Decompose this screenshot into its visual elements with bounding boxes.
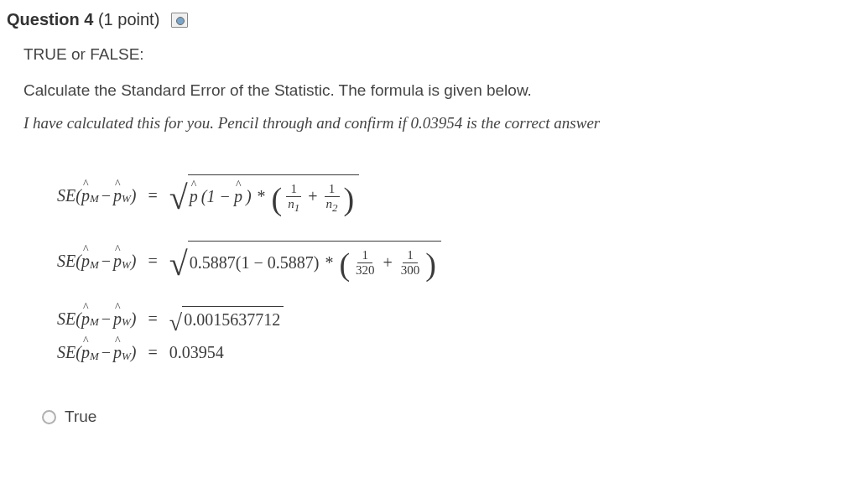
- phat-w: p: [113, 186, 122, 205]
- sub-m: M: [90, 192, 99, 205]
- question-number: 4: [84, 10, 93, 29]
- radicand-3: 0.0015637712: [182, 306, 284, 331]
- equals: =: [148, 186, 158, 205]
- radicand-2: 0.5887(1 − 0.5887) * ( 1 320 + 1 300 ): [188, 241, 441, 283]
- radio-icon[interactable]: [42, 410, 56, 424]
- formula-line-4: SE( pM − pW ) = 0.03954: [57, 343, 819, 362]
- formula-line-3: SE( pM − pW ) = √ 0.0015637712: [57, 306, 819, 331]
- radical-icon: √: [169, 181, 188, 224]
- prompt-instruction: Calculate the Standard Error of the Stat…: [23, 79, 852, 103]
- plus-op: +: [308, 187, 317, 206]
- close-paren-text: ): [246, 187, 252, 206]
- phat-m: p: [81, 186, 90, 205]
- final-result: 0.03954: [169, 343, 224, 362]
- lhs-open: SE(: [57, 186, 81, 205]
- question-container: Question 4 (1 point) TRUE or FALSE: Calc…: [0, 0, 859, 433]
- formula-lhs-4: SE( pM − pW ): [57, 343, 137, 362]
- substituted-values: 0.5887(1 − 0.5887): [190, 253, 320, 273]
- formula-lhs-3: SE( pM − pW ): [57, 309, 137, 329]
- frac-1-n2: 1 n2: [324, 182, 341, 212]
- prompt-note: I have calculated this for you. Pencil t…: [23, 114, 852, 132]
- question-header: Question 4 (1 point): [7, 10, 852, 29]
- times-op: *: [258, 187, 266, 206]
- sqrt-2: √ 0.5887(1 − 0.5887) * ( 1 320 + 1 300: [169, 241, 441, 283]
- formula-lhs-2: SE( pM − pW ): [57, 252, 137, 271]
- question-points: (1 point): [98, 10, 159, 29]
- formula-line-2: SE( pM − pW ) = √ 0.5887(1 − 0.5887) * (…: [57, 241, 819, 283]
- phat: p: [190, 187, 198, 206]
- frac-1-320: 1 320: [353, 248, 377, 278]
- frac-1-300: 1 300: [398, 248, 423, 278]
- radical-icon: √: [169, 247, 188, 290]
- question-title: Question 4 (1 point): [7, 10, 159, 29]
- option-label: True: [65, 408, 96, 426]
- radicand-1: p (1 − p ) * ( 1 n1 + 1 n2: [188, 174, 359, 217]
- question-label: Question: [7, 10, 80, 29]
- formula-block: SE( pM − pW ) = √ p (1 − p ) * (: [23, 159, 852, 392]
- formula-lhs: SE( pM − pW ): [57, 186, 137, 205]
- radical-icon: √: [169, 311, 182, 336]
- frac-1-n1: 1 n1: [285, 182, 302, 212]
- sqrt-3: √ 0.0015637712: [169, 306, 284, 331]
- open-paren-text: (1 −: [201, 187, 231, 206]
- prompt-true-false: TRUE or FALSE:: [23, 43, 852, 67]
- big-paren-open: (: [272, 186, 283, 211]
- lhs-close: ): [131, 186, 137, 205]
- sub-w: W: [122, 192, 131, 205]
- save-icon[interactable]: [171, 13, 188, 28]
- sqrt-1: √ p (1 − p ) * ( 1 n1 +: [169, 174, 359, 217]
- phat2: p: [234, 187, 242, 206]
- intermediate-value: 0.0015637712: [184, 310, 280, 330]
- minus-op: −: [102, 186, 111, 205]
- big-paren-close: ): [344, 186, 355, 211]
- question-body: TRUE or FALSE: Calculate the Standard Er…: [7, 43, 852, 426]
- answer-option-true[interactable]: True: [23, 408, 852, 426]
- formula-line-1: SE( pM − pW ) = √ p (1 − p ) * (: [57, 174, 819, 217]
